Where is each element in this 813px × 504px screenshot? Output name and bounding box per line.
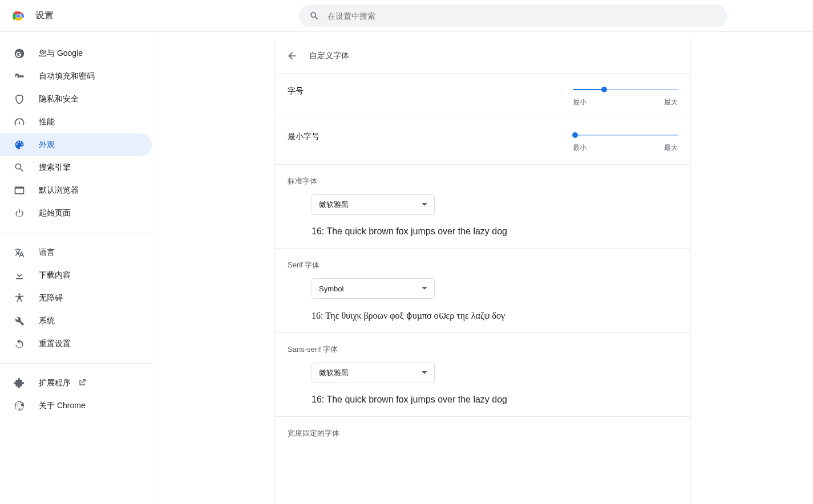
sidebar-item-languages[interactable]: 语言: [0, 241, 152, 264]
search-icon: [14, 162, 25, 173]
external-link-icon: [78, 378, 87, 389]
power-icon: [14, 208, 25, 219]
chevron-down-icon: [422, 370, 427, 376]
chrome-logo-icon: [11, 9, 25, 23]
search-box[interactable]: [299, 5, 727, 27]
svg-point-3: [17, 14, 20, 17]
serif-font-label: Serif 字体: [288, 260, 678, 270]
shield-icon: [14, 94, 25, 105]
slider-min-label: 最小: [573, 97, 587, 107]
slider-thumb[interactable]: [572, 132, 578, 138]
sans-serif-font-preview: 16: The quick brown fox jumps over the l…: [312, 395, 678, 405]
chevron-down-icon: [422, 286, 427, 291]
slider-min-label: 最小: [573, 143, 587, 153]
dropdown-value: Symbol: [319, 284, 343, 293]
fixed-font-label: 宽度固定的字体: [288, 428, 678, 438]
chrome-icon: [14, 400, 25, 412]
sidebar-item-search-engine[interactable]: 搜索引擎: [0, 156, 152, 179]
slider-max-label: 最大: [664, 97, 678, 107]
translate-icon: [14, 247, 25, 258]
reset-icon: [14, 338, 25, 349]
slider-max-label: 最大: [664, 143, 678, 153]
min-font-size-label: 最小字号: [288, 131, 319, 142]
sidebar-item-reset[interactable]: 重置设置: [0, 332, 152, 355]
sidebar-item-accessibility[interactable]: 无障碍: [0, 287, 152, 310]
sidebar-item-label: 关于 Chrome: [39, 401, 86, 411]
key-icon: [14, 71, 25, 82]
sidebar-item-label: 您与 Google: [39, 48, 83, 59]
font-size-slider[interactable]: 最小 最大: [573, 85, 678, 107]
min-font-size-slider[interactable]: 最小 最大: [573, 131, 678, 153]
sidebar-item-default-browser[interactable]: 默认浏览器: [0, 179, 152, 202]
app-title: 设置: [35, 10, 54, 22]
sans-serif-font-label: Sans-serif 字体: [288, 344, 678, 355]
sidebar-item-appearance[interactable]: 外观: [0, 133, 152, 156]
browser-icon: [14, 185, 25, 196]
slider-thumb[interactable]: [601, 87, 607, 92]
header: 设置: [0, 0, 813, 32]
chevron-down-icon: [422, 202, 427, 208]
sidebar-item-label: 起始页面: [39, 208, 71, 218]
sidebar-item-privacy[interactable]: 隐私和安全: [0, 88, 152, 111]
sidebar-item-label: 性能: [39, 117, 55, 127]
sidebar-item-label: 下载内容: [39, 270, 71, 281]
page-title: 自定义字体: [309, 51, 349, 61]
standard-font-section: 标准字体 微软雅黑 16: The quick brown fox jumps …: [275, 164, 690, 248]
standard-font-dropdown[interactable]: 微软雅黑: [312, 194, 435, 215]
page-subheader: 自定义字体: [275, 39, 690, 73]
sidebar-item-autofill[interactable]: 自动填充和密码: [0, 65, 152, 88]
google-icon: [14, 48, 25, 59]
serif-font-dropdown[interactable]: Symbol: [312, 278, 435, 299]
sidebar-divider: [0, 363, 152, 364]
extension-icon: [14, 377, 25, 389]
dropdown-value: 微软雅黑: [319, 200, 349, 210]
arrow-back-icon: [286, 50, 298, 62]
sidebar-item-label: 语言: [39, 247, 55, 258]
font-size-label: 字号: [288, 85, 304, 96]
palette-icon: [14, 139, 25, 151]
standard-font-label: 标准字体: [288, 176, 678, 186]
font-size-section: 字号 最小 最大: [275, 73, 690, 119]
wrench-icon: [14, 315, 25, 327]
sidebar-item-performance[interactable]: 性能: [0, 111, 152, 133]
sidebar-item-system[interactable]: 系统: [0, 310, 152, 332]
sans-serif-font-section: Sans-serif 字体 微软雅黑 16: The quick brown f…: [275, 332, 690, 416]
sidebar: 您与 Google 自动填充和密码 隐私和安全 性能 外观 搜索引擎 默认浏览器: [0, 32, 152, 504]
sans-serif-font-dropdown[interactable]: 微软雅黑: [312, 363, 435, 383]
search-input[interactable]: [327, 11, 717, 21]
fixed-font-section: 宽度固定的字体: [275, 416, 690, 458]
sidebar-item-downloads[interactable]: 下载内容: [0, 264, 152, 287]
sidebar-item-label: 无障碍: [39, 293, 63, 303]
sidebar-item-about[interactable]: 关于 Chrome: [0, 395, 152, 417]
serif-font-preview: 16: Τηε θυιχκ βροων φοξ ϕυµπσ οϖερ τηε λ…: [312, 310, 678, 321]
main-content: 自定义字体 字号 最小 最大: [152, 32, 813, 504]
sidebar-item-label: 系统: [39, 316, 55, 326]
sidebar-item-on-startup[interactable]: 起始页面: [0, 202, 152, 225]
sidebar-item-label: 重置设置: [39, 339, 71, 349]
search-icon: [309, 11, 319, 21]
sidebar-item-label: 搜索引擎: [39, 162, 71, 173]
dropdown-value: 微软雅黑: [319, 368, 349, 378]
sidebar-divider: [0, 233, 152, 233]
settings-card: 自定义字体 字号 最小 最大: [274, 39, 691, 504]
min-font-size-section: 最小字号 最小 最大: [275, 119, 690, 164]
sidebar-item-label: 自动填充和密码: [39, 71, 95, 82]
sidebar-item-label: 默认浏览器: [39, 185, 79, 196]
serif-font-section: Serif 字体 Symbol 16: Τηε θυιχκ βροων φοξ …: [275, 248, 690, 332]
download-icon: [14, 270, 25, 281]
sidebar-item-label: 扩展程序: [39, 378, 71, 388]
standard-font-preview: 16: The quick brown fox jumps over the l…: [312, 226, 678, 237]
back-button[interactable]: [286, 50, 298, 62]
sidebar-item-label: 外观: [39, 140, 55, 150]
speed-icon: [14, 116, 25, 128]
sidebar-item-extensions[interactable]: 扩展程序: [0, 372, 152, 395]
sidebar-item-you-google[interactable]: 您与 Google: [0, 42, 152, 65]
sidebar-item-label: 隐私和安全: [39, 94, 79, 104]
accessibility-icon: [14, 292, 25, 304]
